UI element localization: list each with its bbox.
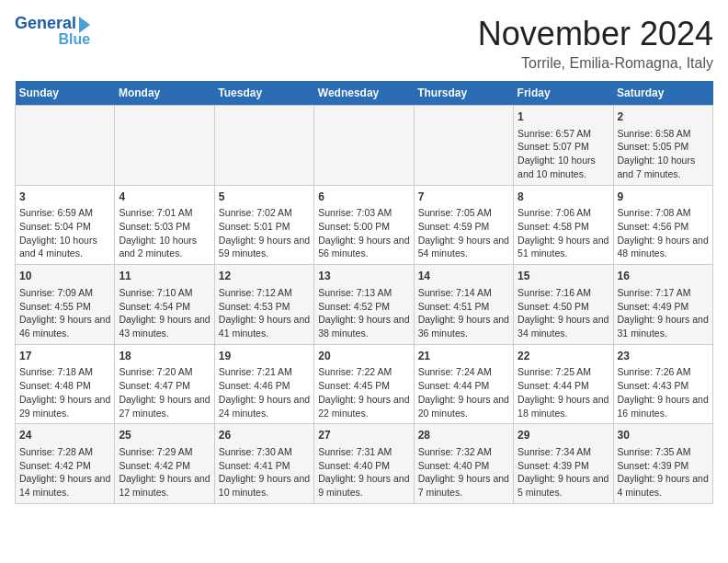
day-info: Sunset: 4:56 PM <box>618 220 709 234</box>
day-info: Daylight: 9 hours and 10 minutes. <box>219 472 310 499</box>
day-number: 8 <box>518 190 609 205</box>
day-number: 2 <box>618 109 709 125</box>
day-info: Daylight: 9 hours and 29 minutes. <box>19 393 110 419</box>
day-info: Sunrise: 7:01 AM <box>119 206 210 220</box>
day-info: Daylight: 9 hours and 4 minutes. <box>618 472 709 499</box>
month-title: November 2024 <box>478 15 713 53</box>
day-info: Daylight: 10 hours and 4 minutes. <box>19 234 110 260</box>
calendar-week-row: 3Sunrise: 6:59 AMSunset: 5:04 PMDaylight… <box>16 185 713 265</box>
day-number: 19 <box>219 349 310 364</box>
calendar-cell <box>414 106 513 186</box>
day-number: 4 <box>119 190 210 205</box>
logo-subtext: Blue <box>58 31 90 48</box>
day-info: Daylight: 9 hours and 56 minutes. <box>318 234 409 260</box>
day-header-thursday: Thursday <box>414 81 513 106</box>
day-info: Sunset: 5:07 PM <box>518 140 609 154</box>
day-info: Sunrise: 7:14 AM <box>418 286 509 300</box>
day-info: Daylight: 9 hours and 16 minutes. <box>618 393 709 419</box>
day-info: Sunrise: 7:18 AM <box>19 365 110 379</box>
day-number: 6 <box>318 190 409 205</box>
day-number: 22 <box>518 349 609 364</box>
calendar-cell: 27Sunrise: 7:31 AMSunset: 4:40 PMDayligh… <box>314 424 414 504</box>
day-header-sunday: Sunday <box>16 81 115 106</box>
day-info: Sunrise: 7:21 AM <box>219 365 310 379</box>
calendar-cell: 26Sunrise: 7:30 AMSunset: 4:41 PMDayligh… <box>214 424 313 504</box>
calendar-cell: 25Sunrise: 7:29 AMSunset: 4:42 PMDayligh… <box>115 424 214 504</box>
day-number: 23 <box>618 349 709 364</box>
day-info: Sunset: 4:50 PM <box>518 300 609 314</box>
logo-text: General <box>15 15 76 33</box>
calendar-cell: 30Sunrise: 7:35 AMSunset: 4:39 PMDayligh… <box>613 424 712 504</box>
day-info: Sunrise: 7:32 AM <box>418 445 509 459</box>
day-number: 5 <box>219 190 310 205</box>
day-info: Sunset: 4:47 PM <box>119 379 210 393</box>
calendar-cell: 3Sunrise: 6:59 AMSunset: 5:04 PMDaylight… <box>16 185 115 265</box>
calendar-cell: 19Sunrise: 7:21 AMSunset: 4:46 PMDayligh… <box>214 344 313 424</box>
day-number: 14 <box>418 269 509 284</box>
day-number: 20 <box>318 349 409 364</box>
day-header-tuesday: Tuesday <box>214 81 313 106</box>
day-number: 27 <box>318 428 409 443</box>
day-info: Sunrise: 7:03 AM <box>318 206 409 220</box>
day-number: 18 <box>119 349 210 364</box>
day-info: Sunrise: 7:31 AM <box>318 445 409 459</box>
calendar-week-row: 1Sunrise: 6:57 AMSunset: 5:07 PMDaylight… <box>16 106 713 186</box>
calendar-week-row: 10Sunrise: 7:09 AMSunset: 4:55 PMDayligh… <box>16 265 713 345</box>
day-header-friday: Friday <box>514 81 613 106</box>
logo: General Blue <box>15 15 90 48</box>
day-info: Sunset: 4:54 PM <box>119 300 210 314</box>
calendar-cell: 7Sunrise: 7:05 AMSunset: 4:59 PMDaylight… <box>414 185 513 265</box>
day-info: Daylight: 9 hours and 5 minutes. <box>518 472 609 499</box>
calendar-cell: 23Sunrise: 7:26 AMSunset: 4:43 PMDayligh… <box>613 344 712 424</box>
day-info: Daylight: 9 hours and 43 minutes. <box>119 313 210 339</box>
calendar-cell: 21Sunrise: 7:24 AMSunset: 4:44 PMDayligh… <box>414 344 513 424</box>
day-info: Daylight: 10 hours and 2 minutes. <box>119 234 210 260</box>
day-info: Daylight: 9 hours and 18 minutes. <box>518 393 609 419</box>
calendar-cell: 4Sunrise: 7:01 AMSunset: 5:03 PMDaylight… <box>115 185 214 265</box>
day-info: Sunset: 4:44 PM <box>518 379 609 393</box>
day-info: Sunrise: 7:12 AM <box>219 286 310 300</box>
day-info: Daylight: 9 hours and 38 minutes. <box>318 313 409 339</box>
day-info: Sunset: 4:44 PM <box>418 379 509 393</box>
calendar-cell: 13Sunrise: 7:13 AMSunset: 4:52 PMDayligh… <box>314 265 414 345</box>
day-info: Daylight: 9 hours and 27 minutes. <box>119 393 210 419</box>
day-info: Daylight: 9 hours and 20 minutes. <box>418 393 509 419</box>
calendar-cell: 24Sunrise: 7:28 AMSunset: 4:42 PMDayligh… <box>16 424 115 504</box>
day-info: Sunset: 4:45 PM <box>318 379 409 393</box>
day-info: Sunrise: 7:08 AM <box>618 206 709 220</box>
day-info: Sunset: 5:03 PM <box>119 220 210 234</box>
day-info: Sunset: 4:39 PM <box>518 459 609 473</box>
day-info: Sunset: 4:59 PM <box>418 220 509 234</box>
day-info: Daylight: 9 hours and 31 minutes. <box>618 313 709 339</box>
day-info: Sunrise: 7:09 AM <box>19 286 110 300</box>
day-number: 9 <box>618 190 709 205</box>
calendar-cell <box>314 106 414 186</box>
day-number: 26 <box>219 428 310 443</box>
calendar-cell: 10Sunrise: 7:09 AMSunset: 4:55 PMDayligh… <box>16 265 115 345</box>
day-info: Sunrise: 7:26 AM <box>618 365 709 379</box>
day-info: Daylight: 9 hours and 48 minutes. <box>618 234 709 260</box>
calendar-week-row: 24Sunrise: 7:28 AMSunset: 4:42 PMDayligh… <box>16 424 713 504</box>
day-header-monday: Monday <box>115 81 214 106</box>
calendar-cell: 2Sunrise: 6:58 AMSunset: 5:05 PMDaylight… <box>613 106 712 186</box>
day-info: Sunrise: 7:17 AM <box>618 286 709 300</box>
day-info: Sunset: 4:55 PM <box>19 300 110 314</box>
day-info: Daylight: 9 hours and 36 minutes. <box>418 313 509 339</box>
calendar-cell <box>115 106 214 186</box>
day-info: Daylight: 9 hours and 9 minutes. <box>318 472 409 499</box>
day-number: 16 <box>618 269 709 284</box>
day-info: Daylight: 10 hours and 7 minutes. <box>618 154 709 180</box>
day-info: Sunrise: 7:24 AM <box>418 365 509 379</box>
day-info: Sunrise: 7:06 AM <box>518 206 609 220</box>
calendar-header-row: SundayMondayTuesdayWednesdayThursdayFrid… <box>16 81 713 106</box>
day-info: Sunrise: 7:30 AM <box>219 445 310 459</box>
day-info: Sunrise: 6:58 AM <box>618 127 709 141</box>
day-number: 17 <box>19 349 110 364</box>
day-info: Sunset: 4:43 PM <box>618 379 709 393</box>
day-info: Sunrise: 6:59 AM <box>19 206 110 220</box>
day-info: Sunset: 4:52 PM <box>318 300 409 314</box>
day-info: Sunset: 4:58 PM <box>518 220 609 234</box>
day-info: Daylight: 9 hours and 54 minutes. <box>418 234 509 260</box>
day-number: 10 <box>19 269 110 284</box>
day-info: Daylight: 10 hours and 10 minutes. <box>518 154 609 180</box>
